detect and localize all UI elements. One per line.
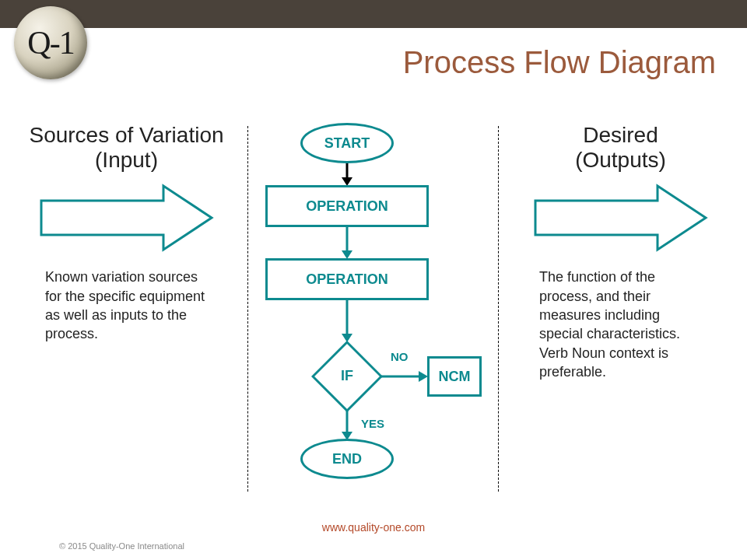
output-body-text: The function of the process, and their m… (517, 268, 724, 381)
input-heading-line2: (Input) (95, 148, 158, 172)
flow-start-label: START (324, 135, 370, 152)
flow-ncm-label: NCM (439, 369, 471, 385)
footer-url: www.quality-one.com (0, 521, 747, 534)
arrow-icon (339, 163, 355, 186)
brand-logo-text: Q-1 (27, 24, 73, 61)
flow-op2-label: OPERATION (306, 271, 388, 288)
flow-op2-node: OPERATION (265, 258, 429, 300)
flow-start-node: START (300, 123, 394, 163)
arrow-icon (339, 411, 355, 440)
arrow-icon (339, 227, 355, 259)
divider-left (247, 126, 248, 492)
output-heading-line1: Desired (583, 123, 658, 147)
flow-end-node: END (300, 439, 394, 479)
flowchart: START OPERATION OPERATION I (257, 123, 490, 488)
page-title: Process Flow Diagram (403, 45, 716, 80)
flow-decision-label: IF (311, 368, 383, 384)
flow-op1-node: OPERATION (265, 185, 429, 227)
input-column: Sources of Variation (Input) Known varia… (23, 123, 230, 344)
input-heading: Sources of Variation (Input) (23, 123, 230, 173)
input-heading-line1: Sources of Variation (29, 123, 223, 147)
flow-yes-label: YES (361, 417, 384, 430)
output-heading-line2: (Outputs) (575, 148, 666, 172)
top-bar (0, 0, 747, 28)
output-column: Desired (Outputs) The function of the pr… (517, 123, 724, 381)
footer-copyright: © 2015 Quality-One International (59, 541, 184, 551)
svg-marker-0 (41, 186, 212, 250)
input-arrow-icon (39, 184, 214, 252)
flow-end-label: END (332, 451, 362, 467)
arrow-icon (381, 371, 428, 382)
output-heading: Desired (Outputs) (517, 123, 724, 173)
flow-no-label: NO (391, 350, 409, 363)
svg-marker-12 (535, 186, 706, 250)
arrow-icon (339, 300, 355, 342)
divider-right (498, 126, 499, 492)
flow-op1-label: OPERATION (306, 198, 388, 215)
brand-logo: Q-1 (14, 6, 87, 79)
flow-ncm-node: NCM (427, 356, 482, 397)
input-body-text: Known variation sources for the specific… (23, 268, 230, 343)
flow-decision-node: IF (311, 341, 383, 412)
output-arrow-icon (533, 184, 708, 252)
